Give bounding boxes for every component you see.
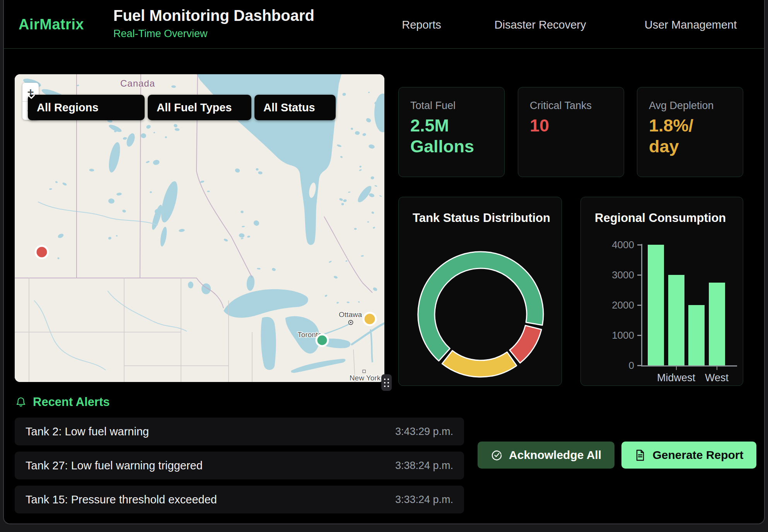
y-axis-tick [637,365,641,366]
stat-card-total-fuel: Total Fuel 2.5MGallons [398,87,505,177]
stat-value: 2.5MGallons [410,115,474,157]
x-axis-tick [676,367,677,370]
bar-chart-card: Regional Consumption 01000200030004000Mi… [580,197,743,386]
y-axis-tick-label: 3000 [597,269,634,281]
acknowledge-all-button[interactable]: Acknowledge All [478,442,614,469]
recent-alerts-title: Recent Alerts [33,395,110,409]
alert-list-item[interactable]: Tank 27: Low fuel warning triggered 3:38… [15,452,464,479]
alert-timestamp: 3:38:24 p.m. [395,460,453,472]
bar-0 [648,245,664,365]
map-canvas[interactable]: Canada Ottawa Toronto New York [15,74,384,382]
alert-timestamp: 3:43:29 p.m. [395,426,453,438]
alert-message: Tank 15: Pressure threshold exceeded [26,493,217,506]
alert-message: Tank 2: Low fuel warning [26,425,149,438]
acknowledge-all-label: Acknowledge All [509,448,601,462]
app-root: AirMatrix Fuel Monitoring Dashboard Real… [0,0,768,532]
alert-list-item[interactable]: Tank 2: Low fuel warning 3:43:29 p.m. [15,418,464,445]
map-panel[interactable]: Canada Ottawa Toronto New York + − All R… [15,74,384,382]
y-axis-tick [637,305,641,306]
nav-item-user-management[interactable]: User Management [645,19,737,31]
y-axis-tick-label: 2000 [597,299,634,311]
x-axis-tick-label: West [686,372,748,384]
stat-value: 1.8%/day [649,115,693,157]
stat-label: Critical Tanks [530,100,592,112]
stat-value: 10 [530,115,549,136]
x-axis-line [641,365,737,367]
y-axis-tick [637,335,641,336]
region-filter-dropdown[interactable]: All Regions [28,95,145,120]
y-axis-tick-label: 0 [597,360,634,372]
app-header: AirMatrix Fuel Monitoring Dashboard Real… [4,0,764,49]
bar-2 [688,305,705,365]
map-marker-warning[interactable] [364,313,376,325]
map-marker-normal[interactable] [316,334,328,346]
stat-card-critical-tanks: Critical Tanks 10 [518,87,624,177]
brand-logo: AirMatrix [19,16,84,33]
bar-3 [709,283,725,366]
y-axis-tick-label: 1000 [597,329,634,341]
status-filter-dropdown[interactable]: All Status [254,95,336,120]
tank-status-donut-chart [399,197,562,386]
generate-report-button[interactable]: Generate Report [621,442,756,469]
map-label-canada: Canada [120,78,155,89]
alert-message: Tank 27: Low fuel warning triggered [26,459,203,472]
bell-icon [15,396,27,408]
title-block: Fuel Monitoring Dashboard Real-Time Over… [113,7,314,40]
stat-card-avg-depletion: Avg Depletion 1.8%/day [637,87,743,177]
fuel-type-filter-value: All Fuel Types [157,101,232,114]
donut-slice-critical [510,326,541,363]
alert-timestamp: 3:33:24 p.m. [395,494,453,506]
region-filter-value: All Regions [37,101,99,114]
bar-1 [668,275,684,365]
map-town-dot-new-york [363,370,365,373]
map-city-dot-ottawa-inner [350,322,352,323]
document-icon [634,449,646,462]
x-axis-tick [717,367,718,370]
map-resize-handle[interactable] [381,374,392,391]
alert-list-item[interactable]: Tank 15: Pressure threshold exceeded 3:3… [15,486,464,513]
y-axis-tick [637,275,641,276]
regional-consumption-bar-chart: 01000200030004000MidwestWest [581,197,743,385]
chevron-down-icon [28,95,35,99]
generate-report-label: Generate Report [652,448,743,462]
map-filter-bar: All Regions All Fuel Types All Status [28,95,336,120]
stat-label: Avg Depletion [649,100,714,112]
map-marker-critical[interactable] [36,246,48,258]
page-subtitle: Real-Time Overview [113,28,314,40]
nav-item-reports[interactable]: Reports [402,19,441,31]
stat-label: Total Fuel [410,100,456,112]
map-label-ottawa: Ottawa [339,310,362,319]
map-label-new-york: New York [350,374,381,382]
check-circle-icon [491,449,503,461]
status-filter-value: All Status [263,101,315,114]
donut-chart-card: Tank Status Distribution [398,197,562,386]
y-axis-line [641,244,642,367]
nav-item-disaster-recovery[interactable]: Disaster Recovery [495,19,586,31]
fuel-type-filter-dropdown[interactable]: All Fuel Types [148,95,251,120]
recent-alerts-header: Recent Alerts [15,395,110,409]
page-title: Fuel Monitoring Dashboard [113,7,314,24]
y-axis-tick-label: 4000 [597,239,634,251]
y-axis-tick [637,244,641,246]
donut-slice-warning [442,351,517,377]
